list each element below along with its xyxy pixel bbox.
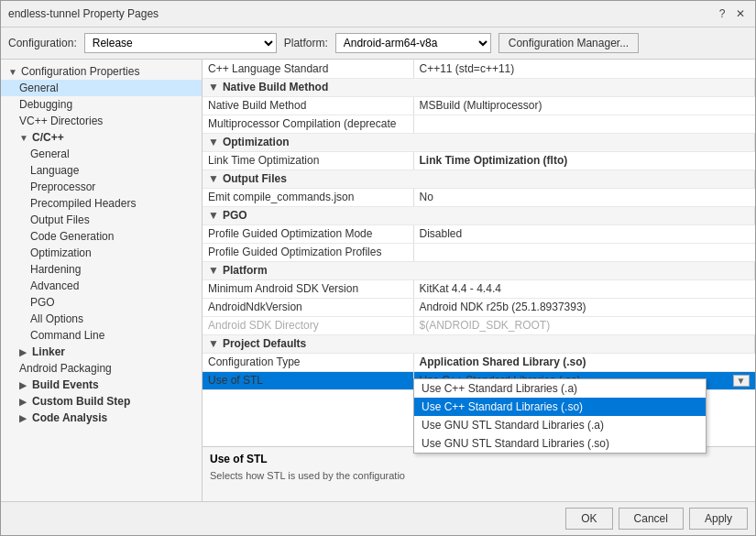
table-row: Configuration Type Application Shared Li… <box>203 353 755 371</box>
prop-value: Disabled <box>413 224 755 243</box>
sidebar-item-command-line[interactable]: Command Line <box>1 327 202 344</box>
sidebar-item-optimization[interactable]: Optimization <box>1 245 202 261</box>
prop-name: C++ Language Standard <box>203 60 413 78</box>
prop-name: Native Build Method <box>203 96 413 115</box>
table-row: Profile Guided Optimization Mode Disable… <box>203 224 755 243</box>
sidebar-item-config-props[interactable]: Configuration Properties <box>1 63 202 80</box>
table-row: Minimum Android SDK Version KitKat 4.4 -… <box>203 279 755 298</box>
properties-table-container: C++ Language Standard C++11 (std=c++11) … <box>203 60 755 446</box>
sidebar-item-precompiled-headers[interactable]: Precompiled Headers <box>1 195 202 212</box>
sidebar-item-cpp-general[interactable]: General <box>1 146 202 162</box>
properties-table: C++ Language Standard C++11 (std=c++11) … <box>203 60 755 390</box>
apply-button[interactable]: Apply <box>689 508 748 530</box>
sidebar-item-all-options[interactable]: All Options <box>1 311 202 327</box>
content-area: Configuration Properties General Debuggi… <box>1 60 755 501</box>
cpp-expand-icon <box>19 133 28 143</box>
table-row: Emit compile_commands.json No <box>203 188 755 206</box>
section-label: ▼Project Defaults <box>203 334 755 353</box>
table-row: Native Build Method MSBuild (Multiproces… <box>203 96 755 115</box>
title-bar: endless-tunnel Property Pages ? ✕ <box>1 1 755 27</box>
dropdown-option-4[interactable]: Use GNU STL Standard Libraries (.so) <box>414 434 706 446</box>
ok-button[interactable]: OK <box>565 508 612 530</box>
sidebar-item-code-analysis[interactable]: Code Analysis <box>1 410 202 426</box>
prop-name: Android SDK Directory <box>203 316 413 334</box>
dropdown-option-3[interactable]: Use GNU STL Standard Libraries (.a) <box>414 416 706 434</box>
prop-name: AndroidNdkVersion <box>203 298 413 316</box>
sidebar: Configuration Properties General Debuggi… <box>1 60 203 501</box>
dropdown-option-1[interactable]: Use C++ Standard Libraries (.a) <box>414 379 706 398</box>
table-row: C++ Language Standard C++11 (std=c++11) <box>203 60 755 78</box>
section-label: ▼Native Build Method <box>203 78 755 96</box>
linker-expand-icon <box>19 347 28 357</box>
prop-name-selected: Use of STL <box>203 371 413 390</box>
dropdown-option-2[interactable]: Use C++ Standard Libraries (.so) <box>414 398 706 416</box>
close-button[interactable]: ✕ <box>733 6 748 21</box>
sidebar-item-vc-dirs[interactable]: VC++ Directories <box>1 113 202 129</box>
prop-name: Minimum Android SDK Version <box>203 279 413 298</box>
prop-value: $(ANDROID_SDK_ROOT) <box>413 316 755 334</box>
stl-dropdown-arrow[interactable]: ▼ <box>733 375 750 387</box>
prop-value: C++11 (std=c++11) <box>413 60 755 78</box>
sidebar-item-hardening[interactable]: Hardening <box>1 261 202 278</box>
section-label: ▼PGO <box>203 206 755 224</box>
prop-value: Application Shared Library (.so) <box>413 353 755 371</box>
table-row: Android SDK Directory $(ANDROID_SDK_ROOT… <box>203 316 755 334</box>
prop-value: Android NDK r25b (25.1.8937393) <box>413 298 755 316</box>
toolbar: Configuration: Release Platform: Android… <box>1 27 755 60</box>
table-row: Link Time Optimization Link Time Optimiz… <box>203 151 755 170</box>
prop-name: Multiprocessor Compilation (deprecate <box>203 115 413 133</box>
prop-name: Link Time Optimization <box>203 151 413 170</box>
prop-value: No <box>413 188 755 206</box>
sidebar-item-advanced[interactable]: Advanced <box>1 278 202 294</box>
section-native-build: ▼Native Build Method <box>203 78 755 96</box>
prop-value: KitKat 4.4 - 4.4.4 <box>413 279 755 298</box>
platform-label: Platform: <box>284 37 328 49</box>
config-manager-button[interactable]: Configuration Manager... <box>499 33 639 53</box>
sidebar-item-debugging[interactable]: Debugging <box>1 96 202 113</box>
section-platform: ▼Platform <box>203 261 755 279</box>
sidebar-item-preprocessor[interactable]: Preprocessor <box>1 179 202 195</box>
info-title: Use of STL <box>210 453 748 465</box>
sidebar-item-linker[interactable]: Linker <box>1 344 202 360</box>
sidebar-item-cpp[interactable]: C/C++ <box>1 129 202 146</box>
section-label: ▼Optimization <box>203 133 755 151</box>
section-label: ▼Output Files <box>203 170 755 188</box>
configuration-select[interactable]: Release <box>84 33 277 53</box>
platform-select[interactable]: Android-arm64-v8a <box>335 33 491 53</box>
sidebar-item-output-files[interactable]: Output Files <box>1 212 202 228</box>
prop-name: Emit compile_commands.json <box>203 188 413 206</box>
prop-value: Link Time Optimization (flto) <box>413 151 755 170</box>
window-title: endless-tunnel Property Pages <box>8 7 159 20</box>
title-bar-controls: ? ✕ <box>715 6 748 21</box>
help-button[interactable]: ? <box>715 6 729 21</box>
sidebar-item-custom-build-step[interactable]: Custom Build Step <box>1 393 202 410</box>
sidebar-item-android-packaging[interactable]: Android Packaging <box>1 360 202 377</box>
prop-name: Profile Guided Optimization Profiles <box>203 243 413 261</box>
table-row: Multiprocessor Compilation (deprecate <box>203 115 755 133</box>
sidebar-item-build-events[interactable]: Build Events <box>1 377 202 393</box>
info-panel: Use of STL Selects how STL is used by th… <box>203 446 755 501</box>
custom-build-expand-icon <box>19 397 28 407</box>
table-row: Profile Guided Optimization Profiles <box>203 243 755 261</box>
footer: OK Cancel Apply <box>1 501 755 535</box>
sidebar-item-code-generation[interactable]: Code Generation <box>1 228 202 245</box>
expand-icon <box>8 67 17 77</box>
section-label: ▼Platform <box>203 261 755 279</box>
section-project-defaults: ▼Project Defaults <box>203 334 755 353</box>
prop-value: MSBuild (Multiprocessor) <box>413 96 755 115</box>
main-panel: C++ Language Standard C++11 (std=c++11) … <box>203 60 755 501</box>
property-pages-window: endless-tunnel Property Pages ? ✕ Config… <box>0 0 756 536</box>
table-row: AndroidNdkVersion Android NDK r25b (25.1… <box>203 298 755 316</box>
cancel-button[interactable]: Cancel <box>619 508 684 530</box>
stl-dropdown-popup: Use C++ Standard Libraries (.a) Use C++ … <box>413 378 707 446</box>
code-analysis-expand-icon <box>19 413 28 423</box>
sidebar-item-language[interactable]: Language <box>1 162 202 179</box>
config-label: Configuration: <box>8 37 77 49</box>
section-pgo: ▼PGO <box>203 206 755 224</box>
sidebar-item-general[interactable]: General <box>1 80 202 96</box>
info-description: Selects how STL is used by the configura… <box>210 469 748 483</box>
sidebar-item-pgo[interactable]: PGO <box>1 294 202 311</box>
section-optimization: ▼Optimization <box>203 133 755 151</box>
prop-name: Configuration Type <box>203 353 413 371</box>
prop-value <box>413 115 755 133</box>
